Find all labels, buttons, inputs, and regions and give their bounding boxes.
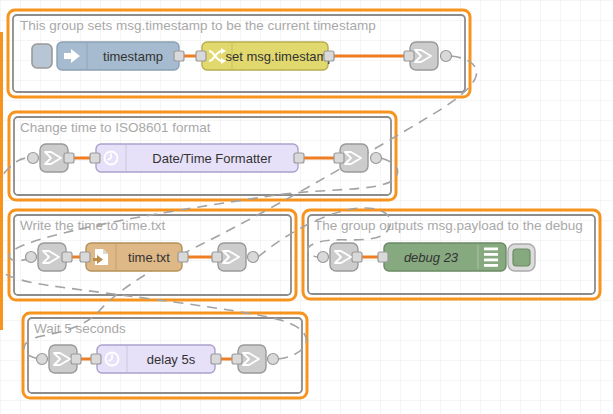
input-port[interactable] xyxy=(212,252,222,262)
group-title: This group sets msg.timestamp to be the … xyxy=(20,18,376,33)
node-change-set-timestamp[interactable]: set msg.timestamp xyxy=(196,42,335,70)
node-inject-timestamp[interactable]: timestamp xyxy=(57,42,184,70)
input-port[interactable] xyxy=(80,252,90,262)
node-datetime-formatter[interactable]: Date/Time Formatter xyxy=(90,144,304,172)
node-file-write[interactable]: time.txt xyxy=(80,243,188,271)
flow-canvas[interactable]: This group sets msg.timestamp to be the … xyxy=(0,0,613,414)
node-delay[interactable]: delay 5s xyxy=(91,345,221,373)
group-title: Wait 5 seconds xyxy=(34,321,126,336)
node-label: timestamp xyxy=(103,49,163,64)
input-port[interactable] xyxy=(196,51,206,61)
input-port[interactable] xyxy=(378,252,388,262)
link-port[interactable] xyxy=(441,51,452,62)
input-port[interactable] xyxy=(232,354,242,364)
input-port[interactable] xyxy=(91,354,101,364)
group-title: The group outputs msg.payload to the deb… xyxy=(314,218,583,233)
link-port[interactable] xyxy=(28,153,39,164)
node-label: debug 23 xyxy=(404,250,459,265)
input-port[interactable] xyxy=(404,51,414,61)
link-port[interactable] xyxy=(37,354,48,365)
node-label: set msg.timestamp xyxy=(225,49,334,64)
node-debug[interactable]: debug 23 xyxy=(378,243,506,271)
output-port[interactable] xyxy=(174,51,184,61)
output-port[interactable] xyxy=(64,153,74,163)
output-port[interactable] xyxy=(211,354,221,364)
input-port[interactable] xyxy=(90,153,100,163)
debug-toggle-button[interactable] xyxy=(508,244,535,271)
node-label: delay 5s xyxy=(147,352,196,367)
input-port[interactable] xyxy=(334,153,344,163)
link-port[interactable] xyxy=(318,252,329,263)
output-port[interactable] xyxy=(352,252,362,262)
output-port[interactable] xyxy=(324,51,334,61)
inject-button[interactable] xyxy=(32,44,52,68)
link-port[interactable] xyxy=(268,354,279,365)
link-port[interactable] xyxy=(371,153,382,164)
group-title: Write the time to time.txt xyxy=(20,218,166,233)
link-port[interactable] xyxy=(248,252,259,263)
output-port[interactable] xyxy=(178,252,188,262)
offscreen-group-border xyxy=(0,32,3,330)
output-port[interactable] xyxy=(71,354,81,364)
node-label: time.txt xyxy=(128,250,170,265)
group-title: Change time to ISO8601 format xyxy=(20,120,211,135)
output-port[interactable] xyxy=(62,252,72,262)
link-port[interactable] xyxy=(26,252,37,263)
output-port[interactable] xyxy=(294,153,304,163)
node-label: Date/Time Formatter xyxy=(152,151,272,166)
